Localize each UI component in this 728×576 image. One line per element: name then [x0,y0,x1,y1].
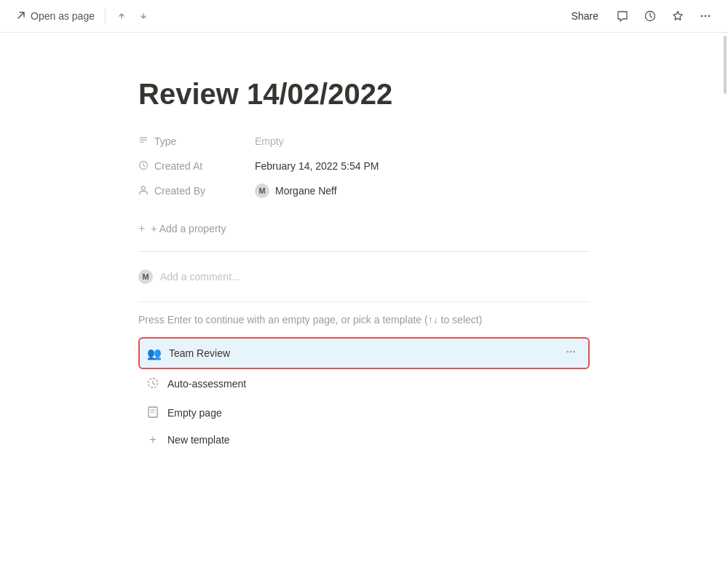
comment-icon-button[interactable] [612,5,633,27]
empty-page-icon [146,406,160,420]
team-review-label: Team Review [169,347,230,359]
main-content: Review 14/02/2022 Type Empty [51,33,677,496]
template-item-auto-assessment[interactable]: Auto-assessment [138,369,590,398]
separator-2 [138,301,590,302]
team-review-more-button[interactable] [561,344,581,362]
divider [105,9,106,23]
person-icon [138,185,149,197]
comment-area[interactable]: M Add a comment... [138,264,590,290]
created-at-value[interactable]: February 14, 2022 5:54 PM [255,160,379,172]
created-by-value[interactable]: M Morgane Neff [255,184,337,198]
template-item-left: 👥 Team Review [147,347,230,360]
template-item-left: Empty page [146,406,222,420]
svg-point-9 [566,351,568,352]
type-value[interactable]: Empty [255,135,284,147]
page-title[interactable]: Review 14/02/2022 [138,76,590,111]
avatar: M [255,184,269,198]
property-type-label: Type [138,135,255,148]
nav-arrows [111,6,154,26]
nav-down-button[interactable] [133,6,154,26]
new-template-icon: + [146,433,160,446]
top-bar: Open as page Share [0,0,728,33]
created-by-label-text: Created By [154,185,205,197]
type-label-text: Type [154,135,176,147]
top-bar-left: Open as page [12,6,154,26]
property-created-at-row: Created At February 14, 2022 5:54 PM [138,154,590,178]
template-item-new-template[interactable]: + New template [138,427,590,452]
template-item-empty-page[interactable]: Empty page [138,398,590,427]
add-property-icon: + [138,222,145,235]
svg-point-11 [573,351,574,352]
svg-point-10 [570,351,571,352]
property-created-by-label: Created By [138,185,255,197]
template-list: 👥 Team Review [138,337,590,452]
template-hint: Press Enter to continue with an empty pa… [138,314,590,326]
open-as-page-label: Open as page [31,10,95,22]
more-options-icon-button[interactable] [695,5,716,27]
properties-section: Type Empty Created At February 14, 2022 … [138,129,590,203]
add-property-button[interactable]: + + Add a property [138,218,590,240]
svg-point-3 [708,15,711,17]
template-item-left: + New template [146,433,230,446]
favorite-icon-button[interactable] [667,5,689,27]
open-page-icon [16,10,26,23]
comment-input[interactable]: Add a comment... [160,271,240,283]
template-item-left: Auto-assessment [146,377,246,391]
empty-page-label: Empty page [167,407,222,419]
auto-assessment-label: Auto-assessment [167,378,246,390]
svg-point-1 [701,15,703,17]
template-item-team-review[interactable]: 👥 Team Review [138,337,590,369]
auto-assessment-icon [146,377,160,391]
team-review-icon: 👥 [147,347,162,360]
new-template-label: New template [167,434,230,446]
scrollbar[interactable] [722,33,728,576]
history-icon-button[interactable] [639,5,661,27]
comment-avatar: M [138,269,153,284]
nav-up-button[interactable] [111,6,132,26]
property-created-by-row: Created By M Morgane Neff [138,178,590,203]
created-by-name: Morgane Neff [275,185,337,197]
scrollbar-thumb [724,36,727,94]
created-at-label-text: Created At [154,160,202,172]
svg-point-2 [705,15,707,17]
share-button[interactable]: Share [564,7,606,25]
svg-point-8 [142,186,146,190]
property-created-at-label: Created At [138,160,255,173]
open-as-page-button[interactable]: Open as page [12,7,99,25]
property-type-row: Type Empty [138,129,590,154]
add-property-label: + Add a property [151,223,226,234]
type-icon [138,135,149,148]
separator-1 [138,251,590,252]
top-bar-right: Share [564,5,716,27]
clock-icon [138,160,149,173]
